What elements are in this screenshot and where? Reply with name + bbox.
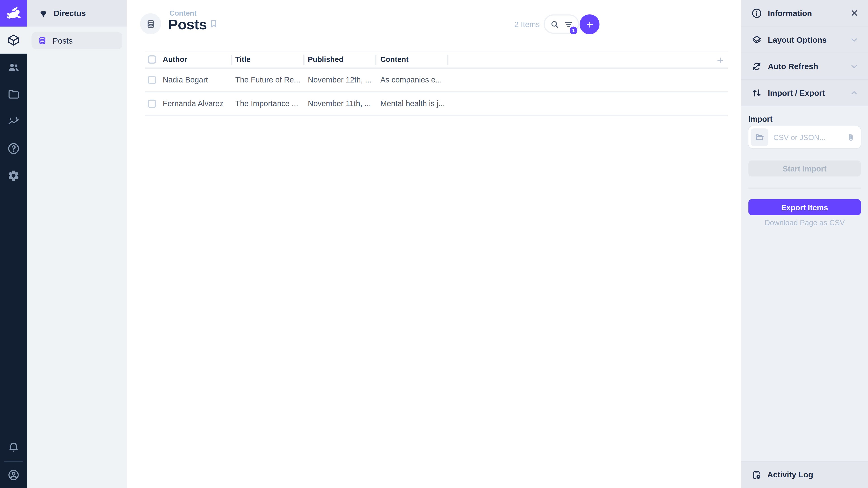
database-icon bbox=[38, 36, 47, 45]
collection-icon-circle bbox=[140, 13, 161, 34]
import-export-icon bbox=[751, 87, 762, 98]
column-header-title[interactable]: Title bbox=[235, 52, 250, 68]
module-settings[interactable] bbox=[0, 162, 27, 189]
info-sidebar: Information Layout Options Auto Refresh bbox=[741, 0, 868, 488]
column-divider[interactable] bbox=[231, 55, 232, 65]
cell-author: Nadia Bogart bbox=[163, 69, 208, 91]
help-icon bbox=[7, 142, 20, 155]
module-users[interactable] bbox=[0, 54, 27, 81]
account-button[interactable] bbox=[0, 461, 27, 488]
import-file-input[interactable] bbox=[748, 126, 861, 148]
download-csv-link[interactable]: Download Page as CSV bbox=[741, 219, 868, 227]
column-divider[interactable] bbox=[375, 55, 376, 65]
plus-icon bbox=[585, 20, 594, 29]
module-help[interactable] bbox=[0, 135, 27, 162]
project-name: Directus bbox=[54, 9, 86, 18]
folder-open-icon bbox=[754, 132, 765, 142]
column-header-published[interactable]: Published bbox=[308, 52, 344, 68]
rabbit-logo-icon bbox=[5, 5, 22, 22]
main-content: Content Posts 2 Items 1 Author bbox=[127, 0, 741, 488]
import-file-field[interactable] bbox=[768, 133, 846, 141]
database-icon bbox=[145, 19, 156, 29]
plus-icon bbox=[716, 56, 725, 65]
section-label: Information bbox=[768, 8, 844, 18]
column-divider[interactable] bbox=[447, 55, 448, 65]
sidebar-section-auto-refresh[interactable]: Auto Refresh bbox=[741, 53, 868, 80]
panel-divider bbox=[748, 188, 861, 189]
import-label: Import bbox=[748, 115, 773, 123]
table-header-row: Author Title Published Content bbox=[145, 51, 728, 68]
module-files[interactable] bbox=[0, 81, 27, 108]
insights-icon bbox=[7, 115, 20, 128]
module-content[interactable] bbox=[0, 27, 27, 54]
column-header-author[interactable]: Author bbox=[163, 52, 187, 68]
page-title: Posts bbox=[168, 16, 207, 33]
directus-app: Directus Posts Content Posts bbox=[0, 0, 868, 488]
directus-logo[interactable] bbox=[0, 0, 27, 27]
gear-icon bbox=[7, 169, 20, 182]
add-column-button[interactable] bbox=[716, 56, 725, 65]
bookmark-button[interactable] bbox=[209, 19, 219, 29]
activity-log-button[interactable]: Activity Log bbox=[741, 461, 868, 488]
search-icon[interactable] bbox=[550, 19, 559, 29]
module-bar bbox=[0, 0, 27, 488]
section-label: Layout Options bbox=[768, 35, 844, 44]
notifications-button[interactable] bbox=[0, 434, 27, 461]
sidebar-section-information[interactable]: Information bbox=[741, 0, 868, 27]
bell-icon bbox=[7, 441, 20, 454]
cube-icon bbox=[7, 34, 20, 46]
filter-count-badge: 1 bbox=[569, 27, 577, 34]
start-import-button[interactable]: Start Import bbox=[748, 160, 861, 176]
export-items-button[interactable]: Export Items bbox=[748, 199, 861, 215]
table-row[interactable]: Fernanda Alvarez The Importance ... Nove… bbox=[145, 92, 728, 116]
chevron-down-icon bbox=[849, 35, 859, 44]
paperclip-icon[interactable] bbox=[846, 132, 856, 142]
column-divider[interactable] bbox=[303, 55, 305, 65]
table-row[interactable]: Nadia Bogart The Future of Re... Novembe… bbox=[145, 69, 728, 92]
sidebar-item-label: Posts bbox=[53, 36, 73, 45]
module-insights[interactable] bbox=[0, 108, 27, 135]
activity-log-icon bbox=[751, 469, 762, 480]
section-label: Auto Refresh bbox=[768, 62, 844, 70]
sidebar-section-import-export[interactable]: Import / Export bbox=[741, 80, 868, 106]
project-wedge-icon bbox=[39, 8, 48, 18]
chevron-up-icon bbox=[849, 88, 859, 98]
user-circle-icon bbox=[7, 468, 20, 481]
cell-published: November 11th, ... bbox=[308, 92, 371, 115]
cell-published: November 12th, ... bbox=[308, 69, 372, 91]
cell-title: The Future of Re... bbox=[235, 69, 301, 91]
sidebar-section-layout-options[interactable]: Layout Options bbox=[741, 27, 868, 53]
row-checkbox[interactable] bbox=[148, 75, 156, 84]
users-icon bbox=[7, 61, 20, 73]
layers-icon bbox=[751, 34, 762, 45]
column-header-content[interactable]: Content bbox=[380, 52, 408, 68]
sidebar-item-posts[interactable]: Posts bbox=[32, 32, 123, 49]
cell-content: As companies e... bbox=[380, 69, 442, 91]
folder-icon bbox=[7, 88, 20, 101]
cell-title: The Importance ... bbox=[235, 92, 298, 115]
cell-author: Fernanda Alvarez bbox=[163, 92, 223, 115]
file-tile bbox=[751, 128, 768, 146]
select-all-checkbox[interactable] bbox=[148, 55, 156, 64]
close-icon[interactable] bbox=[850, 8, 859, 18]
project-switcher[interactable]: Directus bbox=[27, 0, 127, 27]
nav-sidebar: Directus Posts bbox=[27, 0, 127, 488]
items-table: Author Title Published Content Nadia Bog… bbox=[145, 51, 728, 116]
activity-log-label: Activity Log bbox=[767, 470, 813, 479]
add-item-button[interactable] bbox=[580, 14, 599, 34]
row-checkbox[interactable] bbox=[148, 99, 156, 108]
section-label: Import / Export bbox=[768, 88, 844, 97]
sync-disabled-icon bbox=[751, 61, 762, 72]
items-count: 2 Items bbox=[514, 20, 539, 29]
info-icon bbox=[751, 7, 762, 19]
bookmark-icon bbox=[209, 19, 219, 29]
cell-content: Mental health is j... bbox=[380, 92, 445, 115]
chevron-down-icon bbox=[849, 61, 859, 71]
